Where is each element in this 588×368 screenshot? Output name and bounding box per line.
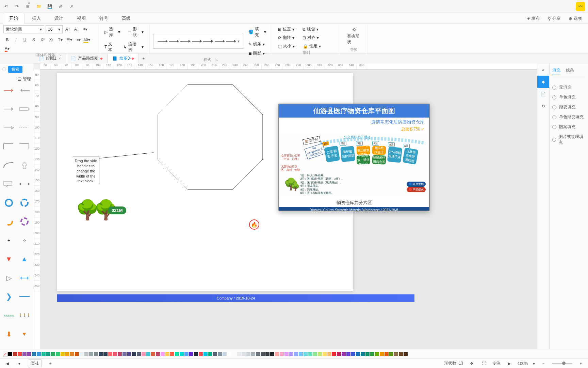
- color-swatch[interactable]: [275, 352, 279, 356]
- color-swatch[interactable]: [342, 352, 346, 356]
- open-icon[interactable]: 📁: [35, 3, 42, 10]
- color-swatch[interactable]: [108, 352, 112, 356]
- shape-arrow-5[interactable]: [3, 124, 15, 132]
- color-swatch[interactable]: [175, 352, 179, 356]
- fill-option-gradient[interactable]: 渐变填充: [552, 102, 585, 112]
- color-swatch[interactable]: [227, 352, 231, 356]
- bold-icon[interactable]: B: [3, 36, 11, 44]
- share-button[interactable]: ⚲ 分享: [544, 14, 564, 24]
- color-swatch[interactable]: [84, 352, 88, 356]
- color-swatch[interactable]: [180, 352, 184, 356]
- color-swatch[interactable]: [151, 352, 155, 356]
- shape-arrow-2[interactable]: [18, 86, 31, 94]
- color-swatch[interactable]: [261, 352, 265, 356]
- color-swatch[interactable]: [337, 352, 341, 356]
- color-swatch[interactable]: [223, 352, 227, 356]
- shape-callout-1[interactable]: [3, 180, 15, 188]
- shape-double-arrow[interactable]: [18, 180, 31, 188]
- octagon-shape[interactable]: [156, 82, 265, 191]
- connector-tool[interactable]: ↳ 连接线 ▾: [121, 40, 146, 54]
- color-swatch[interactable]: [142, 352, 146, 356]
- close-icon[interactable]: ×: [59, 56, 61, 61]
- font-grow-icon[interactable]: A↑: [64, 26, 71, 33]
- color-swatch[interactable]: [113, 352, 117, 356]
- color-swatch[interactable]: [208, 352, 212, 356]
- color-swatch[interactable]: [323, 352, 327, 356]
- shape-donut-3[interactable]: [3, 217, 15, 226]
- arrow-style-gallery[interactable]: ▾: [153, 34, 244, 49]
- align-button[interactable]: ⊟ 对齐▾: [300, 34, 321, 42]
- color-swatch[interactable]: [375, 352, 379, 356]
- text-callout[interactable]: Drag the side handles to change the widt…: [73, 156, 99, 184]
- print-icon[interactable]: 🖨: [57, 3, 64, 10]
- align-icon[interactable]: ≡▾: [82, 26, 89, 33]
- color-swatch[interactable]: [61, 352, 65, 356]
- color-swatch[interactable]: [365, 352, 370, 356]
- reference-floorplan[interactable]: 仙游县医疗物资仓库平面图 疫情常态化后防控物资仓库 总面积750㎡ 公交局职员工…: [278, 104, 430, 211]
- color-swatch[interactable]: [313, 352, 317, 356]
- color-swatch[interactable]: [51, 352, 55, 356]
- color-swatch[interactable]: [203, 352, 208, 356]
- color-swatch[interactable]: [299, 352, 303, 356]
- fill-button[interactable]: 🪣 填充 ▾: [246, 25, 268, 39]
- shape-elbow-2[interactable]: [18, 142, 31, 151]
- color-swatch[interactable]: [137, 352, 141, 356]
- shape-down-orange[interactable]: ⬇: [3, 330, 15, 338]
- position-button[interactable]: ⊞ 位置▾: [276, 25, 297, 33]
- replace-shape-button[interactable]: ⟲ 替换形状: [344, 25, 364, 47]
- color-swatch[interactable]: [356, 352, 360, 356]
- color-swatch[interactable]: [304, 352, 308, 356]
- tree-2[interactable]: 🌳 021M: [94, 200, 118, 219]
- font-shrink-icon[interactable]: A↓: [73, 26, 80, 33]
- color-swatch[interactable]: [218, 352, 222, 356]
- list-icon[interactable]: ☰▾: [65, 36, 73, 44]
- shape-donut-1[interactable]: [3, 199, 15, 207]
- color-swatch[interactable]: [394, 352, 398, 356]
- publish-button[interactable]: ✈ 发布: [523, 14, 543, 24]
- color-swatch[interactable]: [75, 352, 79, 356]
- color-swatch[interactable]: [42, 352, 46, 356]
- color-swatch[interactable]: [94, 352, 98, 356]
- color-swatch[interactable]: [199, 352, 203, 356]
- shape-h-arrow[interactable]: ⟷: [18, 274, 31, 282]
- shape-donut-4[interactable]: [18, 217, 31, 226]
- color-swatch[interactable]: [165, 352, 169, 356]
- shape-play[interactable]: ▷: [3, 274, 15, 282]
- canvas[interactable]: Drag the side handles to change the widt…: [40, 70, 537, 349]
- options-button[interactable]: ⚙ 选项: [565, 14, 585, 24]
- shape-down-red[interactable]: ▼: [3, 255, 15, 263]
- color-swatch[interactable]: [18, 352, 22, 356]
- history-tab-icon[interactable]: ↻: [537, 100, 549, 112]
- color-swatch[interactable]: [132, 352, 136, 356]
- no-fire-icon[interactable]: 🔥: [249, 219, 259, 230]
- color-swatch[interactable]: [80, 352, 84, 356]
- focus-mode[interactable]: 专注: [492, 361, 501, 366]
- color-swatch[interactable]: [27, 352, 31, 356]
- rotate-button[interactable]: ⟳ 翻转▾: [276, 34, 297, 42]
- shadow-button[interactable]: ◼ 阴影 ▾: [246, 49, 268, 57]
- color-swatch[interactable]: [380, 352, 384, 356]
- fill-tab-icon[interactable]: ◆: [537, 76, 549, 88]
- layers-icon[interactable]: ❖: [468, 360, 475, 367]
- color-swatch[interactable]: [370, 352, 374, 356]
- color-swatch[interactable]: [232, 352, 236, 356]
- subscript-icon[interactable]: X₂: [48, 36, 55, 44]
- color-swatch[interactable]: [361, 352, 365, 356]
- doctab-roadmap[interactable]: 📄 产品路线图: [66, 54, 108, 63]
- fill-option-pattern[interactable]: 图案填充: [552, 122, 585, 132]
- color-swatch[interactable]: [251, 352, 255, 356]
- filter-icon[interactable]: [2, 67, 6, 71]
- font-family-select[interactable]: 微软雅黑▾: [3, 25, 44, 33]
- color-swatch[interactable]: [118, 352, 122, 356]
- no-fill-swatch[interactable]: [3, 352, 7, 356]
- select-tool[interactable]: ▷ 选择 ▾: [102, 25, 122, 39]
- strike-icon[interactable]: S: [30, 36, 37, 44]
- color-swatch[interactable]: [189, 352, 193, 356]
- shape-up-arrow[interactable]: [18, 161, 31, 169]
- shape-line-blue[interactable]: [18, 293, 31, 301]
- indent-icon[interactable]: ⇥▾: [74, 36, 82, 44]
- color-swatch[interactable]: [89, 352, 93, 356]
- size-button[interactable]: ⬚ 大小▾: [276, 42, 297, 50]
- color-swatch[interactable]: [280, 352, 284, 356]
- color-swatch[interactable]: [37, 352, 41, 356]
